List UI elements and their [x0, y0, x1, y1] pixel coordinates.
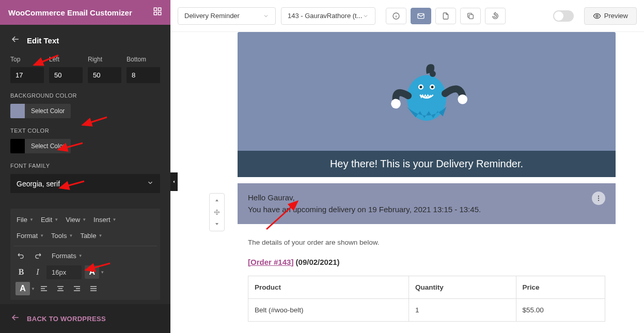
svg-point-14	[391, 99, 401, 108]
svg-point-17	[598, 198, 599, 199]
align-center-button[interactable]	[53, 281, 68, 296]
text-color-title: TEXT COLOR	[10, 128, 160, 134]
greeting-text: Hello Gaurav,	[248, 192, 481, 203]
svg-point-11	[419, 86, 422, 88]
back-to-wordpress-link: BACK TO WORDPRESS	[27, 315, 106, 323]
order-table: Product Quantity Price Belt (#woo-belt) …	[248, 276, 605, 322]
bg-color-button[interactable]: Select Color	[25, 104, 71, 118]
rich-text-toolbar: File▼ Edit▼ View▼ Insert▼ Format▼ Tools▼…	[10, 209, 160, 300]
move-down-button[interactable]	[211, 218, 223, 229]
move-handle[interactable]	[211, 207, 223, 217]
italic-button[interactable]: I	[30, 265, 45, 279]
svg-rect-0	[154, 8, 156, 10]
bg-color-swatch[interactable]	[10, 104, 25, 118]
td-qty: 1	[409, 298, 516, 321]
preview-button[interactable]: Preview	[584, 7, 637, 25]
mascot-icon	[383, 45, 470, 138]
text-color-swatch[interactable]	[10, 139, 25, 153]
menu-edit[interactable]: Edit▼	[38, 213, 61, 227]
order-select[interactable]: 143 - GauravRathore (t...	[281, 7, 375, 25]
hero-title: Hey there! This is your Delivery Reminde…	[238, 151, 616, 177]
mode-toggle[interactable]	[553, 10, 574, 22]
svg-point-7	[596, 15, 598, 17]
redo-button[interactable]	[30, 248, 45, 263]
menu-tools[interactable]: Tools▼	[48, 229, 76, 243]
svg-rect-3	[159, 12, 161, 15]
document-view-button[interactable]	[435, 8, 456, 24]
order-details-block: The details of your order are shown belo…	[238, 224, 616, 334]
svg-rect-2	[154, 12, 156, 15]
dots-icon	[595, 195, 602, 202]
font-family-select[interactable]: Georgia, serif	[10, 174, 160, 193]
block-options-button[interactable]	[592, 192, 605, 205]
svg-point-12	[431, 86, 434, 88]
svg-point-18	[598, 200, 599, 201]
details-intro: The details of your order are shown belo…	[248, 239, 605, 246]
sidebar-header: WooCommerce Email Customizer	[0, 0, 170, 25]
back-arrow-icon[interactable]	[10, 34, 21, 46]
topbar: Delivery Reminder 143 - GauravRathore (t…	[170, 0, 644, 32]
th-price: Price	[516, 276, 605, 298]
template-select[interactable]: Delivery Reminder	[178, 7, 276, 25]
preview-label: Preview	[604, 12, 628, 20]
body-text: You have an upcoming delivery on 19 Febr…	[248, 203, 481, 215]
info-button[interactable]	[386, 8, 406, 24]
panel-title: Edit Text	[27, 36, 59, 45]
td-product: Belt (#woo-belt)	[248, 298, 409, 321]
move-up-button[interactable]	[211, 196, 223, 206]
th-product: Product	[248, 276, 409, 298]
align-justify-button[interactable]	[86, 281, 101, 296]
fontsize-select[interactable]: 16px	[46, 265, 82, 279]
th-quantity: Quantity	[409, 276, 516, 298]
align-left-button[interactable]	[36, 281, 52, 296]
bg-color-tool[interactable]: A	[15, 282, 30, 295]
formats-select[interactable]: Formats▼	[46, 249, 88, 263]
menu-table[interactable]: Table▼	[77, 229, 105, 243]
font-family-value: Georgia, serif	[17, 180, 60, 188]
text-color-button[interactable]: Select Color	[25, 139, 71, 153]
align-right-button[interactable]	[69, 281, 85, 296]
text-block[interactable]: Hello Gaurav, You have an upcoming deliv…	[238, 183, 616, 224]
order-link[interactable]: [Order #143]	[248, 258, 293, 266]
copy-button[interactable]	[460, 8, 481, 24]
email-hero: Hey there! This is your Delivery Reminde…	[238, 32, 616, 177]
reset-button[interactable]	[485, 8, 506, 24]
spacing-bottom-label: Bottom	[127, 56, 160, 63]
text-color-tool[interactable]: A	[85, 265, 99, 279]
app-title: WooCommerce Email Customizer	[8, 8, 132, 17]
spacing-right-label: Right	[88, 56, 121, 63]
menu-file[interactable]: File▼	[13, 213, 37, 227]
td-price: $55.00	[516, 298, 605, 321]
svg-rect-1	[159, 8, 161, 10]
bg-color-title: BACKGROUND COLOR	[10, 92, 160, 99]
template-select-value: Delivery Reminder	[184, 12, 240, 20]
eye-icon	[593, 12, 601, 20]
bold-button[interactable]: B	[13, 265, 29, 279]
menu-format[interactable]: Format▼	[13, 229, 47, 243]
spacing-bottom-input[interactable]	[127, 67, 160, 83]
spacing-top-label: Top	[10, 56, 44, 63]
font-family-title: FONT FAMILY	[10, 163, 160, 169]
undo-button[interactable]	[13, 248, 29, 263]
back-arrow-icon	[10, 312, 21, 325]
spacing-top-input[interactable]	[10, 67, 44, 83]
edit-bar: Edit Text	[0, 25, 170, 56]
block-controls	[209, 193, 225, 231]
sidebar-footer[interactable]: BACK TO WORDPRESS	[0, 304, 170, 333]
svg-point-13	[430, 71, 436, 77]
menu-view[interactable]: View▼	[62, 213, 89, 227]
hero-image	[238, 32, 616, 151]
svg-rect-6	[469, 14, 473, 19]
email-view-button[interactable]	[411, 8, 431, 24]
text-block-content: Hello Gaurav, You have an upcoming deliv…	[248, 192, 481, 216]
table-row: Belt (#woo-belt) 1 $55.00	[248, 298, 605, 321]
order-select-value: 143 - GauravRathore (t...	[288, 12, 363, 20]
chevron-down-icon	[147, 179, 154, 188]
spacing-left-input[interactable]	[49, 67, 83, 83]
order-date: (09/02/2021)	[296, 258, 340, 266]
svg-point-16	[598, 196, 599, 197]
dashboard-icon[interactable]	[153, 7, 162, 18]
spacing-left-label: Left	[49, 56, 83, 63]
menu-insert[interactable]: Insert▼	[90, 213, 119, 227]
spacing-right-input[interactable]	[88, 67, 121, 83]
